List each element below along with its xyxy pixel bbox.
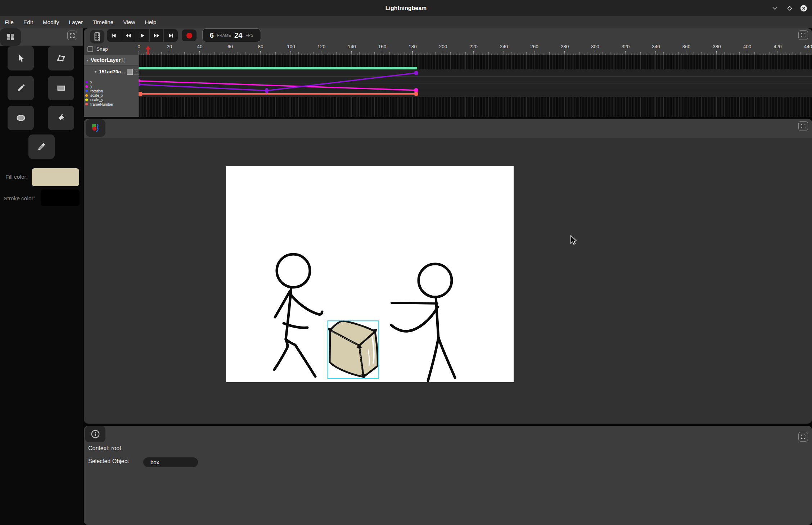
ruler-tick-label: 40 [197, 44, 202, 49]
ruler-tick-label: 340 [652, 44, 660, 49]
property-color-dot [85, 81, 88, 83]
close-circle-icon [800, 5, 807, 12]
keyframe-dot[interactable] [414, 71, 418, 75]
menu-modify[interactable]: Modify [43, 19, 59, 26]
collapse-triangle-icon[interactable]: ▾ [86, 58, 88, 62]
app-window: Lightningbeam File Edit Modify Layer Tim… [0, 0, 812, 525]
paint-bucket-icon [56, 113, 66, 123]
menu-view[interactable]: View [123, 19, 135, 26]
record-button[interactable] [182, 29, 197, 41]
film-button[interactable] [90, 30, 104, 44]
ruler-tick-label: 240 [500, 44, 508, 49]
inspector-expand-button[interactable] [798, 432, 808, 442]
keyframe-dot[interactable] [265, 88, 269, 93]
property-row-y[interactable]: y [84, 84, 139, 88]
play-button[interactable] [135, 29, 150, 42]
fast-forward-button[interactable] [150, 29, 164, 42]
property-color-dot [85, 103, 88, 105]
ruler-tick-label: 200 [439, 44, 447, 49]
tool-paint-bucket[interactable] [48, 106, 74, 130]
layer-name: VectorLayer [91, 57, 121, 63]
keyframe-dot[interactable] [139, 83, 141, 86]
timeline-expand-button[interactable] [798, 30, 808, 40]
skip-to-start-button[interactable] [107, 29, 121, 42]
cursor-icon [16, 54, 26, 63]
inspector-panel [84, 426, 812, 525]
artboard-drawing [226, 166, 514, 382]
property-color-dot [85, 90, 88, 92]
layer-row-vectorlayer[interactable]: ▾ VectorLayer [L] [84, 55, 139, 66]
menu-timeline[interactable]: Timeline [93, 19, 113, 26]
ruler-tick-label: 180 [409, 44, 417, 49]
menu-layer[interactable]: Layer [69, 19, 83, 26]
stage-expand-button[interactable] [798, 121, 808, 131]
property-row-scale-x[interactable]: scale_x [84, 93, 139, 97]
ruler-tick-label: 20 [167, 44, 172, 49]
ruler-tick-label: 160 [378, 44, 387, 49]
expand-icon [800, 123, 806, 129]
tool-pencil[interactable] [8, 76, 34, 100]
tool-eyedropper[interactable] [28, 134, 55, 159]
artboard[interactable] [226, 166, 514, 382]
menu-edit[interactable]: Edit [23, 19, 33, 26]
ruler-tick-label: 380 [713, 44, 721, 49]
playhead[interactable] [144, 45, 152, 55]
property-name: y [90, 84, 92, 88]
keyframe-box-button[interactable] [127, 69, 132, 74]
property-row-rotation[interactable]: rotation [84, 89, 139, 93]
menu-file[interactable]: File [5, 19, 14, 26]
property-row-x[interactable]: x [84, 80, 139, 84]
rewind-icon [125, 32, 132, 39]
menu-help[interactable]: Help [145, 19, 156, 26]
tool-ellipse[interactable] [8, 106, 34, 130]
selected-object-label: Selected Object [88, 458, 129, 465]
close-button[interactable] [799, 3, 808, 13]
box-object[interactable] [328, 321, 379, 379]
grid-icon [6, 33, 15, 41]
context-text: Context: root [88, 445, 121, 452]
keyframe-dot[interactable] [414, 92, 418, 96]
skip-end-icon [168, 32, 174, 39]
animation-curves[interactable] [139, 55, 812, 117]
skip-to-end-button[interactable] [164, 29, 178, 42]
collapse-triangle-icon[interactable]: ▾ [95, 70, 96, 74]
diamond-icon [786, 5, 793, 12]
ruler-tick-label: 100 [287, 44, 295, 49]
minimize-button[interactable] [770, 3, 780, 13]
keyframe-dot[interactable] [139, 79, 141, 83]
frame-value[interactable]: 6 [210, 31, 214, 40]
pencil-icon [16, 83, 26, 93]
maximize-button[interactable] [785, 3, 794, 13]
info-button[interactable] [85, 426, 105, 442]
stroke-color-swatch[interactable] [41, 190, 80, 206]
tool-rectangle[interactable] [48, 76, 74, 100]
property-name: x [90, 80, 92, 84]
panel-grid-button[interactable] [0, 28, 21, 46]
eyedropper-icon [37, 142, 46, 151]
expand-icon [800, 434, 806, 439]
snap-checkbox[interactable] [87, 46, 93, 52]
fps-value[interactable]: 24 [234, 31, 242, 40]
ruler-tick-label: 120 [317, 44, 326, 49]
tool-select[interactable] [8, 46, 34, 70]
object-row[interactable]: ▾ 151ad70a... ~ [84, 66, 139, 78]
keyframe-square[interactable] [139, 92, 142, 96]
property-row-frameNumber[interactable]: frameNumber [84, 102, 139, 106]
tween-toggle-button[interactable]: ~ [134, 69, 139, 74]
film-strip-icon [94, 32, 101, 41]
stage-mode-button[interactable] [86, 119, 105, 137]
selected-object-field[interactable]: box [143, 457, 198, 467]
stroke-color-label: Stroke color: [4, 195, 35, 202]
sidebar-expand-button[interactable] [67, 31, 77, 40]
stick-figure-left[interactable] [274, 254, 322, 376]
property-name: rotation [90, 89, 103, 93]
rewind-button[interactable] [121, 29, 136, 42]
stick-figure-right[interactable] [391, 264, 455, 381]
ruler-tick-label: 140 [348, 44, 356, 49]
fill-color-swatch[interactable] [32, 168, 79, 186]
playback-controls [107, 29, 178, 42]
tool-transform[interactable] [48, 46, 74, 70]
ruler-tick-label: 320 [622, 44, 630, 49]
mouse-cursor [570, 235, 578, 246]
property-row-scale-y[interactable]: scale_y [84, 97, 139, 102]
